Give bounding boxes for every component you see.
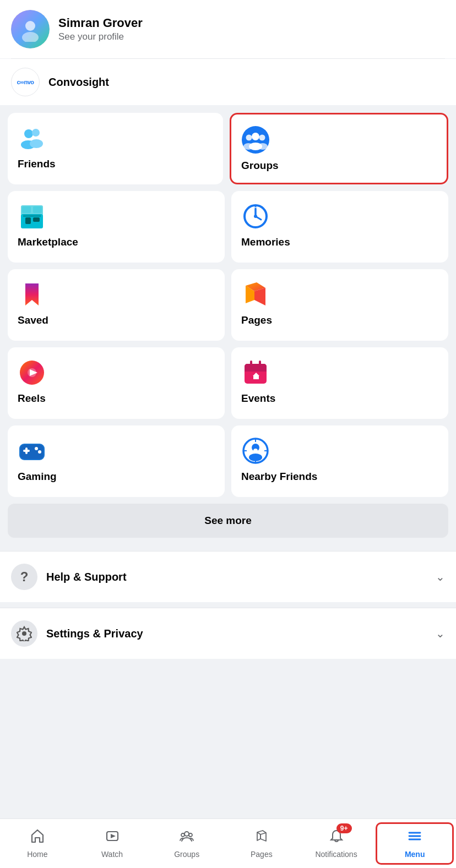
- nav-item-menu[interactable]: Menu: [376, 822, 454, 865]
- bottom-nav: Home Watch Groups: [0, 818, 456, 868]
- nearby-friends-label: Nearby Friends: [241, 471, 438, 483]
- pages-label: Pages: [241, 314, 438, 326]
- svg-point-52: [184, 832, 189, 836]
- svg-point-39: [38, 450, 41, 454]
- grid-row-4: Reels Events: [8, 347, 448, 419]
- svg-rect-34: [253, 376, 259, 379]
- svg-point-13: [258, 143, 268, 150]
- svg-point-54: [189, 833, 192, 837]
- grid-item-nearby-friends[interactable]: Nearby Friends: [231, 425, 448, 497]
- convosight-logo-text: c∞nvo: [17, 79, 34, 85]
- reels-label: Reels: [18, 392, 215, 405]
- svg-rect-18: [33, 217, 40, 222]
- grid-item-saved[interactable]: Saved: [8, 269, 225, 341]
- groups-icon: [241, 125, 270, 154]
- svg-line-24: [256, 216, 261, 220]
- marketplace-icon: [18, 202, 46, 231]
- profile-info: Simran Grover See your profile: [58, 16, 143, 42]
- settings-privacy-row[interactable]: Settings & Privacy ⌄: [0, 608, 456, 659]
- grid-item-memories[interactable]: Memories: [231, 191, 448, 263]
- convosight-name: Convosight: [48, 76, 109, 89]
- grid-item-groups[interactable]: Groups: [230, 113, 448, 184]
- marketplace-label: Marketplace: [18, 236, 215, 248]
- svg-point-49: [22, 631, 26, 636]
- saved-icon: [18, 280, 46, 309]
- pages-nav-label: Pages: [251, 850, 273, 859]
- nav-item-pages[interactable]: Pages: [224, 819, 299, 868]
- svg-rect-17: [25, 217, 31, 224]
- svg-point-3: [24, 129, 33, 138]
- svg-rect-37: [25, 447, 28, 454]
- help-support-label: Help & Support: [46, 571, 427, 583]
- profile-row[interactable]: Simran Grover See your profile: [0, 0, 456, 58]
- svg-point-6: [30, 139, 43, 148]
- section-divider-2: [0, 602, 456, 608]
- friends-icon: [18, 124, 46, 152]
- svg-point-4: [32, 129, 40, 137]
- home-icon: [30, 828, 45, 848]
- watch-label: Watch: [101, 850, 123, 859]
- events-icon: [241, 358, 270, 387]
- pages-icon: [241, 280, 270, 309]
- gaming-label: Gaming: [18, 471, 215, 483]
- nav-item-notifications[interactable]: 9+ Notifications: [299, 819, 374, 868]
- events-label: Events: [241, 392, 438, 405]
- settings-icon: [11, 620, 37, 647]
- saved-label: Saved: [18, 314, 215, 326]
- friends-label: Friends: [18, 158, 213, 170]
- memories-icon: [241, 202, 270, 231]
- svg-rect-20: [33, 206, 42, 213]
- grid-row-3: Saved Pages: [8, 269, 448, 341]
- grid-item-events[interactable]: Events: [231, 347, 448, 419]
- menu-label: Menu: [405, 850, 425, 859]
- grid-item-pages[interactable]: Pages: [231, 269, 448, 341]
- grid-row-2: Marketplace Memories: [8, 191, 448, 263]
- see-more-button[interactable]: See more: [8, 504, 448, 538]
- groups-nav-label: Groups: [174, 850, 199, 859]
- watch-icon: [105, 828, 120, 848]
- profile-subtitle: See your profile: [58, 31, 143, 42]
- home-label: Home: [27, 850, 47, 859]
- svg-rect-2: [18, 17, 43, 42]
- svg-point-10: [259, 135, 265, 141]
- svg-rect-19: [22, 206, 31, 213]
- svg-point-12: [243, 143, 253, 150]
- shortcuts-grid: Friends Groups: [0, 105, 456, 497]
- notifications-label: Notifications: [315, 850, 357, 859]
- nav-item-groups[interactable]: Groups: [149, 819, 224, 868]
- nearby-friends-icon: [241, 436, 270, 465]
- svg-point-8: [252, 133, 259, 140]
- memories-label: Memories: [241, 236, 438, 248]
- settings-privacy-label: Settings & Privacy: [46, 627, 427, 640]
- groups-label: Groups: [241, 160, 437, 172]
- svg-point-9: [246, 135, 252, 141]
- convosight-row[interactable]: c∞nvo Convosight: [0, 59, 456, 105]
- svg-rect-30: [245, 369, 267, 372]
- svg-point-44: [253, 449, 258, 453]
- gaming-icon: [18, 436, 46, 465]
- svg-point-53: [181, 833, 184, 837]
- nav-item-home[interactable]: Home: [0, 819, 75, 868]
- svg-point-38: [35, 447, 38, 450]
- pages-nav-icon: [254, 828, 269, 848]
- avatar: [11, 10, 50, 48]
- section-divider-1: [0, 545, 456, 551]
- menu-icon: [407, 828, 422, 848]
- grid-row-5: Gaming Nearby Friends: [8, 425, 448, 497]
- grid-row-1: Friends Groups: [8, 113, 448, 184]
- help-support-row[interactable]: ? Help & Support ⌄: [0, 551, 456, 602]
- nav-item-watch[interactable]: Watch: [75, 819, 150, 868]
- help-chevron-icon: ⌄: [436, 570, 445, 583]
- grid-item-marketplace[interactable]: Marketplace: [8, 191, 225, 263]
- grid-item-reels[interactable]: Reels: [8, 347, 225, 419]
- bottom-spacer: [0, 659, 456, 714]
- notifications-badge: 9+: [336, 823, 352, 833]
- profile-name: Simran Grover: [58, 16, 143, 30]
- grid-item-gaming[interactable]: Gaming: [8, 425, 225, 497]
- settings-chevron-icon: ⌄: [436, 627, 445, 640]
- grid-item-friends[interactable]: Friends: [8, 113, 223, 184]
- groups-nav-icon: [179, 828, 194, 848]
- reels-icon: [18, 358, 46, 387]
- svg-marker-51: [111, 834, 116, 838]
- help-icon: ?: [11, 564, 37, 590]
